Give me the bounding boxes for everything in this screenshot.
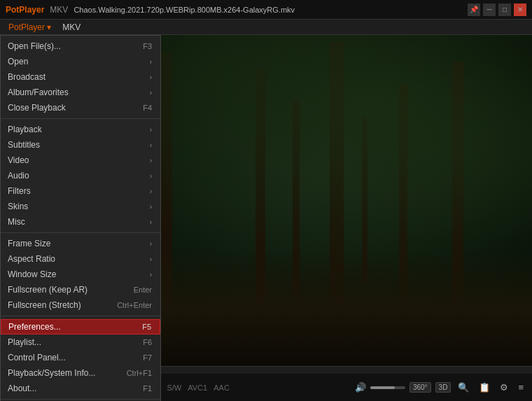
menu-item-subtitles[interactable]: Subtitles › [1,137,160,153]
maximize-button[interactable]: □ [498,3,511,16]
titlebar-left: PotPlayer MKV Chaos.Walking.2021.720p.WE… [6,5,295,15]
volume-bar[interactable] [370,386,405,389]
menu-potplayer[interactable]: PotPlayer ▾ [3,21,57,34]
menu-item-filters[interactable]: Filters › [1,183,160,199]
menu-item-about[interactable]: About... F1 [1,381,160,396]
menu-item-window-size[interactable]: Window Size › [1,267,160,282]
menu-item-audio[interactable]: Audio › [1,168,160,183]
menu-item-frame-size[interactable]: Frame Size › [1,236,160,251]
menu-group-1: Open File(s)... F3 Open › Broadcast › Al… [1,36,160,119]
pin-button[interactable]: 📌 [468,3,480,16]
menu-item-skins[interactable]: Skins › [1,199,160,214]
menu-item-broadcast[interactable]: Broadcast › [1,69,160,85]
menu-item-open[interactable]: Open › [1,54,160,69]
menu-item-playlist[interactable]: Playlist... F6 [1,335,160,350]
settings-icon-button[interactable]: ⚙ [497,381,511,394]
volume-fill [370,386,395,389]
close-button[interactable]: ✕ [514,3,526,16]
menu-item-album-favorites[interactable]: Album/Favorites › [1,85,160,100]
3d-button[interactable]: 3D [435,382,451,393]
titlebar: PotPlayer MKV Chaos.Walking.2021.720p.WE… [0,0,532,20]
menu-group-2: Playback › Subtitles › Video › Audio › F… [1,119,160,233]
menu-item-preferences[interactable]: Preferences... F5 [1,319,160,335]
codec-video: AVC1 [188,384,207,392]
titlebar-controls: 📌 ─ □ ✕ [468,3,526,16]
main-area: Open File(s)... F3 Open › Broadcast › Al… [0,35,532,366]
codec-audio: AAC [214,384,230,392]
menu-item-playback-system-info[interactable]: Playback/System Info... Ctrl+F1 [1,365,160,381]
menu-item-fullscreen-stretch[interactable]: Fullscreen (Stretch) Ctrl+Enter [1,297,160,313]
menu-item-aspect-ratio[interactable]: Aspect Ratio › [1,251,160,267]
menu-item-control-panel[interactable]: Control Panel... F7 [1,350,160,365]
controls-right: 🔊 360° 3D 🔍 📋 ⚙ ≡ [355,381,526,394]
volume-icon: 🔊 [355,382,366,393]
menu-item-misc[interactable]: Misc › [1,214,160,230]
search-icon-button[interactable]: 🔍 [455,381,472,394]
sw-label: S/W [167,384,181,392]
dropdown-menu: Open File(s)... F3 Open › Broadcast › Al… [0,35,161,401]
app-name-title: PotPlayer [6,5,44,15]
menu-item-close-playback[interactable]: Close Playback F4 [1,100,160,115]
menu-item-fullscreen-keep-ar[interactable]: Fullscreen (Keep AR) Enter [1,282,160,297]
menu-mkv[interactable]: MKV [57,21,86,34]
menu-group-4: Preferences... F5 Playlist... F6 Control… [1,316,160,400]
degree-360-button[interactable]: 360° [410,382,431,393]
menu-icon-button[interactable]: ≡ [515,381,526,394]
list-icon-button[interactable]: 📋 [476,381,493,394]
menubar: PotPlayer ▾ MKV [0,20,532,35]
menu-item-video[interactable]: Video › [1,153,160,168]
filename-title: Chaos.Walking.2021.720p.WEBRip.800MB.x26… [74,6,295,14]
minimize-button[interactable]: ─ [483,3,496,16]
menu-group-3: Frame Size › Aspect Ratio › Window Size … [1,233,160,316]
menu-item-playback[interactable]: Playback › [1,122,160,137]
menu-label-title: MKV [50,5,68,15]
menu-item-open-files[interactable]: Open File(s)... F3 [1,38,160,54]
